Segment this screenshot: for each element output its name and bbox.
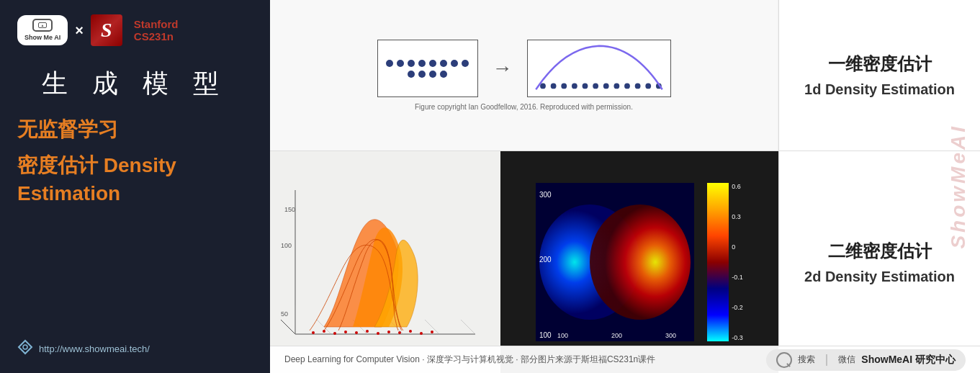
dot bbox=[462, 60, 469, 67]
dot bbox=[440, 71, 447, 78]
heatmap-section: 300 200 100 100 200 300 bbox=[500, 151, 778, 373]
top-row: → bbox=[270, 0, 980, 151]
url-row: http://www.showmeai.tech/ bbox=[17, 339, 253, 359]
svg-point-32 bbox=[409, 330, 412, 333]
svg-text:300: 300 bbox=[539, 191, 552, 199]
svg-point-24 bbox=[323, 330, 325, 333]
dot bbox=[386, 60, 393, 67]
svg-line-22 bbox=[461, 320, 475, 334]
svg-point-33 bbox=[420, 332, 423, 335]
svg-point-26 bbox=[344, 331, 347, 333]
stanford-course: CS231n bbox=[134, 30, 179, 42]
content-area: → bbox=[270, 0, 980, 373]
cross-symbol: × bbox=[75, 22, 84, 39]
dot bbox=[397, 60, 404, 67]
colorbar-container: 0.6 0.3 0 -0.1 -0.2 -0.3 bbox=[700, 183, 743, 341]
url-icon bbox=[17, 339, 33, 359]
svg-point-8 bbox=[603, 83, 608, 89]
svg-point-31 bbox=[398, 331, 401, 334]
right-panel: ShowMeAI bbox=[270, 0, 980, 373]
subtitle-density-line2: Estimation bbox=[17, 182, 253, 205]
diagram-caption: Figure copyright Ian Goodfellow, 2016. R… bbox=[415, 103, 633, 111]
label-1d: 一维密度估计 1d Density Estimation bbox=[778, 0, 980, 150]
svg-point-9 bbox=[613, 83, 619, 89]
label-1d-cn: 一维密度估计 bbox=[828, 53, 932, 76]
label-2d-en: 2d Density Estimation bbox=[804, 269, 955, 285]
label-1d-en: 1d Density Estimation bbox=[804, 81, 955, 98]
colorbar-labels: 0.6 0.3 0 -0.1 -0.2 -0.3 bbox=[732, 183, 743, 341]
data-box bbox=[377, 40, 478, 97]
dot bbox=[418, 71, 426, 78]
svg-point-28 bbox=[366, 330, 369, 333]
subtitle-density-line1: 密度估计 Density bbox=[17, 152, 253, 179]
footer-wechat-label: 微信 bbox=[838, 354, 855, 366]
arrow-right: → bbox=[493, 57, 513, 80]
colorbar-val-6: -0.3 bbox=[732, 334, 743, 341]
search-icon[interactable] bbox=[776, 352, 792, 368]
diagram-top: → bbox=[377, 40, 671, 97]
curve-svg bbox=[528, 40, 670, 96]
showmeai-label: Show Me AI bbox=[24, 33, 60, 42]
bottom-row: 50 100 150 bbox=[270, 151, 980, 373]
main-title: 生 成 模 型 bbox=[17, 66, 253, 102]
dot bbox=[429, 71, 436, 78]
svg-point-10 bbox=[624, 83, 630, 89]
label-2d-cn: 二维密度估计 bbox=[828, 240, 932, 263]
svg-point-40 bbox=[590, 205, 691, 320]
chart-3d: 50 100 150 bbox=[281, 176, 490, 349]
stanford-text: Stanford CS231n bbox=[134, 18, 179, 42]
colorbar-val-5: -0.2 bbox=[732, 304, 743, 311]
showmeai-logo: Show Me AI bbox=[17, 15, 68, 46]
monitor-icon bbox=[38, 22, 47, 28]
svg-text:200: 200 bbox=[611, 332, 622, 339]
heatmap-container: 300 200 100 100 200 300 bbox=[536, 183, 743, 341]
svg-point-27 bbox=[355, 331, 358, 334]
colorbar-val-3: 0 bbox=[732, 243, 743, 251]
dot bbox=[418, 60, 426, 67]
svg-point-4 bbox=[561, 83, 567, 89]
svg-point-7 bbox=[593, 83, 598, 89]
svg-point-11 bbox=[634, 83, 640, 89]
subtitle-unsupervised: 无监督学习 bbox=[17, 116, 253, 143]
footer-left-text: Deep Learning for Computer Vision · 深度学习… bbox=[284, 354, 655, 366]
svg-text:100: 100 bbox=[281, 242, 292, 249]
footer-search-label: 搜索 bbox=[798, 354, 815, 366]
svg-point-3 bbox=[550, 83, 556, 89]
curve-box bbox=[527, 40, 671, 97]
svg-text:100: 100 bbox=[557, 332, 568, 339]
dot bbox=[429, 60, 436, 67]
svg-point-1 bbox=[23, 345, 27, 349]
stanford-s-letter: S bbox=[91, 14, 122, 46]
svg-marker-0 bbox=[19, 341, 32, 354]
footer-right[interactable]: 搜索 ｜ 微信 ShowMeAI 研究中心 bbox=[766, 349, 966, 371]
svg-point-30 bbox=[387, 331, 390, 333]
svg-point-12 bbox=[645, 83, 651, 89]
logo-row: Show Me AI × S Stanford CS231n bbox=[17, 14, 253, 46]
colorbar-val-1: 0.6 bbox=[732, 183, 743, 190]
svg-text:300: 300 bbox=[665, 332, 676, 339]
svg-text:50: 50 bbox=[281, 310, 288, 318]
footer-bar: Deep Learning for Computer Vision · 深度学习… bbox=[270, 346, 980, 373]
svg-point-25 bbox=[333, 332, 336, 335]
svg-point-29 bbox=[377, 332, 379, 335]
svg-point-34 bbox=[431, 331, 433, 333]
colorbar bbox=[707, 183, 729, 341]
label-2d: 二维密度估计 2d Density Estimation bbox=[778, 151, 980, 373]
svg-point-23 bbox=[312, 331, 315, 334]
svg-text:200: 200 bbox=[539, 256, 552, 264]
stanford-name: Stanford bbox=[134, 18, 179, 30]
svg-text:100: 100 bbox=[539, 331, 552, 339]
svg-line-16 bbox=[281, 320, 295, 334]
footer-brand: ShowMeAI 研究中心 bbox=[861, 354, 956, 367]
dot bbox=[440, 60, 447, 67]
footer-divider: ｜ bbox=[821, 352, 832, 367]
svg-point-5 bbox=[571, 83, 577, 89]
url-text[interactable]: http://www.showmeai.tech/ bbox=[39, 343, 150, 354]
diagram-1d-section: → bbox=[270, 0, 778, 150]
showmeai-icon bbox=[32, 19, 53, 32]
heatmap-svg: 300 200 100 100 200 300 bbox=[536, 183, 694, 341]
chart-3d-section: 50 100 150 bbox=[270, 151, 500, 373]
heatmap-canvas: 300 200 100 100 200 300 bbox=[536, 183, 694, 341]
dots-container bbox=[385, 60, 471, 78]
chart3d-svg: 50 100 150 bbox=[281, 176, 490, 349]
